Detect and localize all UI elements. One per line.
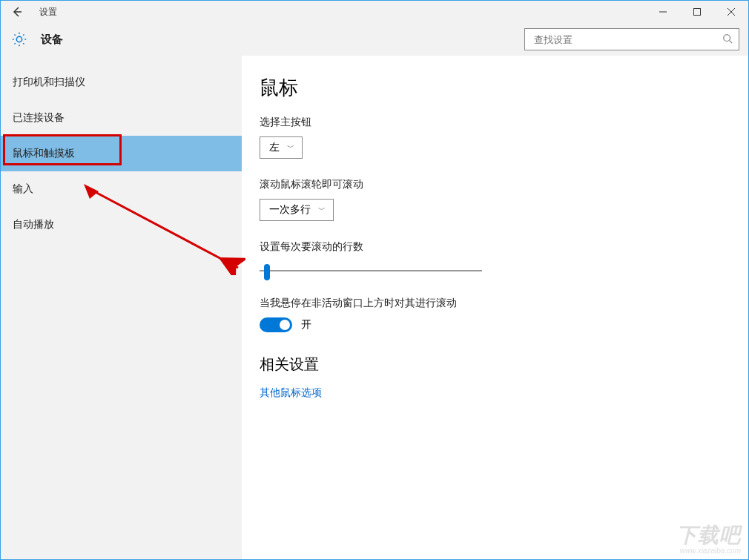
toggle-state-label: 开 (301, 318, 311, 332)
sidebar-item-label: 输入 (13, 182, 33, 196)
sidebar-item-label: 鼠标和触摸板 (13, 147, 75, 160)
content: 鼠标 选择主按钮 左 ﹀ 滚动鼠标滚轮即可滚动 一次多行 ﹀ 设置每次要滚动的行… (242, 56, 748, 559)
chevron-down-icon: ﹀ (318, 205, 326, 215)
select-value: 左 (269, 141, 280, 154)
minimize-button[interactable] (646, 1, 680, 23)
scroll-lines-slider[interactable] (260, 264, 482, 277)
inactive-hover-group: 当我悬停在非活动窗口上方时对其进行滚动 开 (260, 297, 719, 332)
close-icon (727, 7, 736, 16)
sidebar-item-label: 自动播放 (13, 218, 54, 231)
primary-button-group: 选择主按钮 左 ﹀ (260, 116, 719, 159)
sidebar-item-connected-devices[interactable]: 已连接设备 (1, 100, 242, 136)
sidebar-item-mouse-touchpad[interactable]: 鼠标和触摸板 (1, 136, 242, 171)
svg-line-6 (730, 40, 733, 43)
window-title: 设置 (39, 6, 57, 19)
scroll-lines-label: 设置每次要滚动的行数 (260, 240, 719, 254)
primary-button-label: 选择主按钮 (260, 116, 719, 129)
sidebar: 打印机和扫描仪 已连接设备 鼠标和触摸板 输入 自动播放 (1, 56, 242, 559)
related-heading: 相关设置 (260, 355, 719, 375)
body: 打印机和扫描仪 已连接设备 鼠标和触摸板 输入 自动播放 鼠标 选择主按钮 左 … (1, 56, 748, 559)
maximize-icon (693, 7, 702, 16)
inactive-hover-label: 当我悬停在非活动窗口上方时对其进行滚动 (260, 297, 719, 310)
scroll-mode-label: 滚动鼠标滚轮即可滚动 (260, 178, 719, 191)
settings-gear-icon[interactable] (10, 30, 29, 49)
other-mouse-options-link[interactable]: 其他鼠标选项 (260, 386, 719, 400)
svg-point-5 (724, 34, 730, 41)
minimize-icon (659, 7, 667, 16)
sidebar-item-autoplay[interactable]: 自动播放 (1, 207, 242, 243)
select-value: 一次多行 (269, 203, 311, 217)
toggle-knob (280, 320, 290, 330)
back-button[interactable] (1, 1, 33, 23)
close-button[interactable] (714, 1, 748, 23)
slider-thumb[interactable] (264, 264, 270, 280)
maximize-button[interactable] (680, 1, 714, 23)
header: 设备 (1, 23, 748, 56)
inactive-hover-toggle[interactable] (260, 317, 292, 332)
search-box[interactable] (524, 28, 739, 50)
page-title: 设备 (41, 33, 63, 47)
sidebar-item-typing[interactable]: 输入 (1, 171, 242, 207)
search-icon (722, 33, 733, 46)
search-input[interactable] (532, 33, 718, 46)
sidebar-item-label: 打印机和扫描仪 (13, 76, 85, 89)
chevron-down-icon: ﹀ (287, 142, 294, 153)
gear-icon (11, 31, 27, 47)
scroll-lines-group: 设置每次要滚动的行数 (260, 240, 719, 277)
section-heading: 鼠标 (260, 75, 719, 101)
sidebar-item-label: 已连接设备 (13, 111, 65, 125)
window-controls (646, 1, 748, 23)
scroll-mode-group: 滚动鼠标滚轮即可滚动 一次多行 ﹀ (260, 178, 719, 221)
back-arrow-icon (11, 6, 23, 18)
svg-rect-2 (694, 9, 701, 16)
scroll-mode-select[interactable]: 一次多行 ﹀ (260, 199, 334, 221)
titlebar: 设置 (1, 1, 748, 23)
primary-button-select[interactable]: 左 ﹀ (260, 136, 303, 159)
sidebar-item-printers[interactable]: 打印机和扫描仪 (1, 65, 242, 100)
slider-track (260, 270, 482, 271)
